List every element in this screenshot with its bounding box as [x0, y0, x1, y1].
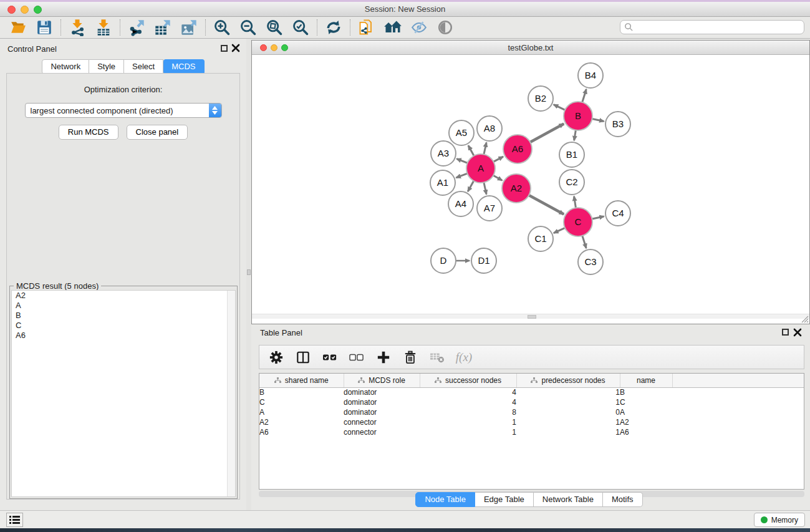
mcds-result-item[interactable]: B: [12, 311, 235, 321]
mcds-result-item[interactable]: C: [12, 321, 235, 331]
column-header-successor-nodes[interactable]: successor nodes: [420, 374, 516, 387]
import-table-icon[interactable]: [93, 17, 114, 37]
delete-icon[interactable]: [401, 348, 420, 367]
table-row[interactable]: A6connector11A6: [259, 427, 804, 437]
search-input[interactable]: [620, 20, 804, 34]
tab-edge-table[interactable]: Edge Table: [475, 492, 534, 507]
graph-node-A6[interactable]: A6: [503, 135, 532, 163]
run-mcds-button[interactable]: Run MCDS: [59, 125, 118, 140]
graph-node-A1[interactable]: A1: [430, 170, 455, 195]
node-table[interactable]: shared nameMCDS rolesuccessor nodesprede…: [259, 373, 804, 490]
graph-edge-A6-B[interactable]: [530, 123, 564, 142]
graph-edge-C-C4[interactable]: [592, 216, 604, 219]
zoom-out-icon[interactable]: [238, 17, 259, 37]
graph-node-B[interactable]: B: [564, 102, 592, 130]
task-history-button[interactable]: [6, 513, 23, 527]
graph-node-C2[interactable]: C2: [559, 170, 584, 195]
column-header-MCDS-role[interactable]: MCDS role: [344, 374, 420, 387]
graph-node-A2[interactable]: A2: [502, 174, 531, 203]
network-hscroll-thumb[interactable]: [528, 315, 536, 319]
graph-edge-C-C1[interactable]: [554, 228, 565, 233]
graph-edge-A-A3[interactable]: [456, 159, 467, 163]
export-table-icon[interactable]: [152, 17, 173, 37]
graph-edge-A-A6[interactable]: [493, 157, 503, 162]
graph-edge-A2-C[interactable]: [529, 195, 564, 215]
table-float-panel-icon[interactable]: [782, 329, 789, 336]
graph-node-C4[interactable]: C4: [605, 201, 630, 226]
tab-network[interactable]: Network: [42, 59, 89, 74]
tab-motifs[interactable]: Motifs: [603, 492, 643, 507]
mcds-result-list[interactable]: A2ABCA6: [11, 290, 236, 497]
network-canvas[interactable]: A5A8A3AA1A4A7A6A2B2B4BB3B1C2C4CC1C3DD1: [252, 55, 809, 319]
graph-node-D1[interactable]: D1: [471, 248, 496, 273]
mcds-result-item[interactable]: A: [12, 301, 235, 311]
graph-edge-B-B3[interactable]: [592, 119, 604, 122]
tab-mcds[interactable]: MCDS: [163, 59, 204, 74]
table-header-row[interactable]: shared nameMCDS rolesuccessor nodesprede…: [259, 374, 804, 387]
tab-node-table[interactable]: Node Table: [415, 492, 475, 507]
graph-node-B4[interactable]: B4: [578, 63, 603, 88]
graph-node-A7[interactable]: A7: [477, 196, 502, 221]
criterion-select[interactable]: largest connected component (directed): [25, 103, 222, 118]
split-columns-icon[interactable]: [294, 348, 312, 367]
zoom-in-icon[interactable]: [211, 17, 233, 37]
ndex-home-icon[interactable]: [382, 17, 403, 37]
close-panel-button[interactable]: Close panel: [127, 125, 188, 140]
save-session-icon[interactable]: [34, 17, 55, 37]
graph-edge-B-B4[interactable]: [582, 89, 586, 102]
search-field[interactable]: [634, 22, 804, 33]
graph-node-A3[interactable]: A3: [431, 141, 456, 166]
column-header-name[interactable]: name: [620, 374, 672, 387]
memory-button[interactable]: Memory: [754, 513, 805, 527]
graph-edge-A-A2[interactable]: [493, 175, 502, 180]
graph-edge-B-B2[interactable]: [554, 105, 565, 110]
graph-node-B2[interactable]: B2: [528, 86, 553, 111]
graph-edge-C-C2[interactable]: [574, 196, 576, 208]
graph-edge-A-A5[interactable]: [468, 145, 474, 156]
table-row[interactable]: Bdominator41B: [259, 387, 804, 397]
hide-eye-icon[interactable]: [408, 17, 430, 37]
network-hscrollbar[interactable]: [252, 314, 809, 319]
graph-node-D[interactable]: D: [431, 248, 456, 273]
export-network-icon[interactable]: [126, 17, 147, 37]
float-panel-icon[interactable]: [221, 45, 228, 52]
graph-node-C3[interactable]: C3: [578, 249, 603, 274]
network-window-titlebar[interactable]: testGlobe.txt: [252, 41, 809, 55]
export-image-icon[interactable]: [178, 17, 200, 37]
splitter-handle[interactable]: [247, 269, 251, 275]
graph-node-C1[interactable]: C1: [528, 226, 553, 251]
tab-network-table[interactable]: Network Table: [534, 492, 603, 507]
mcds-result-item[interactable]: A6: [12, 331, 235, 341]
graph-node-B1[interactable]: B1: [559, 142, 584, 167]
graph-edge-A-A1[interactable]: [456, 173, 468, 178]
add-column-icon[interactable]: [374, 348, 393, 367]
gear-icon[interactable]: [267, 348, 286, 367]
table-row[interactable]: Cdominator41C: [259, 397, 804, 407]
column-header-shared-name[interactable]: shared name: [259, 374, 344, 387]
graph-node-A5[interactable]: A5: [449, 120, 474, 145]
tab-style[interactable]: Style: [89, 59, 124, 74]
graph-node-A4[interactable]: A4: [448, 191, 473, 216]
graph-node-A8[interactable]: A8: [477, 116, 502, 141]
graph-edge-A-A8[interactable]: [484, 142, 486, 154]
graph-node-A[interactable]: A: [466, 154, 495, 183]
zoom-fit-icon[interactable]: [264, 17, 285, 37]
gray-eye-icon[interactable]: [435, 17, 456, 37]
graph-edge-A-A4[interactable]: [468, 181, 473, 191]
select-all-icon[interactable]: [321, 348, 339, 367]
table-row[interactable]: A2connector11A2: [259, 417, 804, 427]
graph-edge-A-A7[interactable]: [484, 182, 486, 194]
clone-network-icon[interactable]: [356, 17, 377, 37]
graph-node-C[interactable]: C: [564, 208, 592, 236]
graph-edge-B-B1[interactable]: [574, 130, 576, 141]
deselect-all-icon[interactable]: [347, 348, 366, 367]
zoom-selected-icon[interactable]: [290, 17, 311, 37]
mcds-list-scrollbar[interactable]: [227, 291, 235, 496]
open-session-icon[interactable]: [7, 17, 29, 37]
close-panel-icon[interactable]: [231, 44, 240, 52]
column-header-predecessor-nodes[interactable]: predecessor nodes: [516, 374, 620, 387]
table-close-panel-icon[interactable]: [793, 328, 802, 337]
table-row[interactable]: Adominator80A: [259, 407, 804, 417]
import-network-icon[interactable]: [67, 17, 88, 37]
resize-grip-icon[interactable]: [800, 314, 809, 323]
